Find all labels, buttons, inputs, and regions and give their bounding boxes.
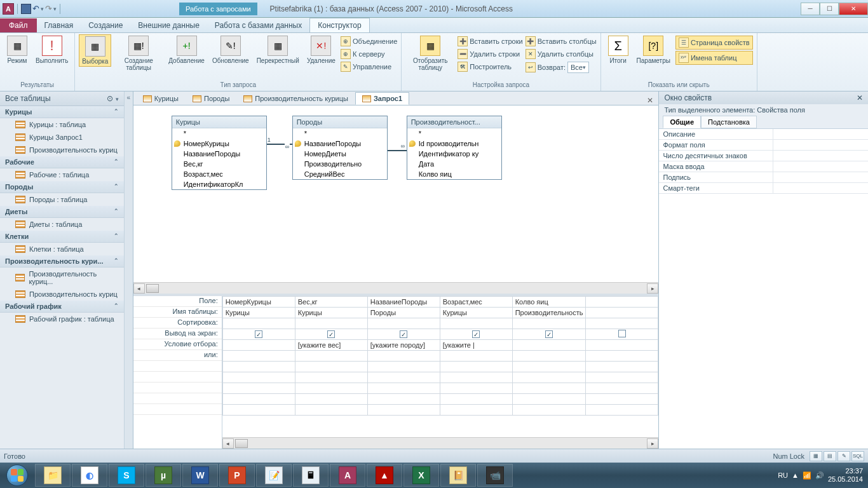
nav-item[interactable]: Породы : таблица — [0, 193, 124, 206]
grid-cell[interactable] — [440, 372, 512, 383]
prop-value[interactable] — [773, 129, 868, 139]
grid-cell[interactable] — [586, 394, 658, 405]
insert-rows-button[interactable]: ➕Вставить строки — [458, 36, 522, 47]
scroll-left-button[interactable]: ◂ — [222, 438, 234, 449]
grid-cell[interactable] — [586, 318, 658, 329]
nav-group-header[interactable]: Курицы⌃ — [0, 106, 124, 118]
view-button[interactable]: ▦Режим — [4, 34, 31, 65]
nav-item[interactable]: Курицы : таблица — [0, 118, 124, 131]
scroll-right-button[interactable]: ▸ — [647, 283, 658, 294]
taskbar-item[interactable]: X — [403, 464, 439, 487]
grid-cell[interactable]: Курицы — [295, 308, 367, 318]
delete-rows-button[interactable]: ➖Удалить строки — [458, 48, 522, 60]
scroll-left-button[interactable]: ◂ — [133, 283, 145, 294]
grid-cell[interactable] — [586, 362, 658, 372]
save-icon[interactable] — [21, 4, 31, 14]
nav-group-header[interactable]: Клетки⌃ — [0, 231, 124, 243]
grid-cell[interactable] — [295, 394, 367, 405]
show-checkbox[interactable]: ✓ — [400, 330, 407, 338]
insert-cols-button[interactable]: ➕Вставить столбцы — [526, 36, 597, 47]
taskbar-item[interactable]: A — [330, 464, 365, 487]
grid-cell[interactable] — [367, 351, 440, 362]
grid-cell[interactable] — [512, 383, 586, 394]
clock[interactable]: 23:3725.05.2014 — [828, 467, 863, 484]
grid-cell[interactable] — [586, 405, 658, 416]
scroll-right-button[interactable]: ▸ — [647, 438, 658, 449]
builder-button[interactable]: 🛠Построитель — [458, 61, 522, 72]
grid-cell[interactable] — [367, 362, 440, 372]
grid-cell[interactable] — [295, 405, 367, 416]
taskbar-item[interactable]: 🖩 — [293, 464, 329, 487]
grid-cell[interactable] — [295, 372, 367, 383]
grid-cell[interactable] — [440, 351, 512, 362]
taskbar-item[interactable]: P — [219, 464, 255, 487]
grid-cell[interactable] — [222, 394, 295, 405]
grid-table[interactable]: НомерКурицыВес,кгНазваниеПородыВозраст,м… — [222, 296, 659, 416]
grid-cell[interactable] — [222, 318, 295, 329]
return-dropdown[interactable]: ↩Возврат: Все ▾ — [526, 61, 597, 74]
datadef-button[interactable]: ✎Управление — [341, 61, 397, 72]
grid-cell[interactable] — [586, 372, 658, 383]
grid-cell[interactable] — [512, 362, 586, 372]
nav-item[interactable]: Рабочий график : таблица — [0, 313, 124, 325]
tab-design[interactable]: Конструктор — [309, 18, 369, 32]
grid-cell[interactable] — [512, 318, 586, 329]
close-button[interactable]: ✕ — [839, 3, 868, 15]
delete-cols-button[interactable]: ✕Удалить столбцы — [526, 48, 597, 60]
taskbar-item[interactable]: µ — [146, 464, 181, 487]
doc-tab[interactable]: Породы — [186, 92, 236, 105]
grid-cell[interactable] — [440, 394, 512, 405]
prop-value[interactable] — [773, 161, 868, 172]
nav-item[interactable]: Рабочие : таблица — [0, 168, 124, 181]
nav-group-header[interactable]: Диеты⌃ — [0, 206, 124, 218]
redo-icon[interactable]: ↷ — [45, 4, 52, 13]
grid-cell[interactable]: Колво яиц — [512, 297, 586, 308]
append-button[interactable]: +!Добавление — [166, 34, 207, 65]
grid-cell[interactable]: ✓ — [222, 329, 295, 340]
lang-indicator[interactable]: RU — [778, 471, 788, 479]
grid-cell[interactable] — [586, 340, 658, 351]
grid-cell[interactable] — [440, 405, 512, 416]
grid-cell[interactable] — [222, 340, 295, 351]
grid-cell[interactable] — [367, 394, 440, 405]
prop-value[interactable] — [773, 172, 868, 182]
prop-value[interactable] — [773, 140, 868, 150]
grid-cell[interactable] — [367, 318, 440, 329]
grid-cell[interactable]: [укажите | — [440, 340, 512, 351]
grid-cell[interactable] — [440, 362, 512, 372]
doc-tab-active[interactable]: Запрос1 — [355, 92, 409, 105]
show-checkbox[interactable]: ✓ — [255, 330, 262, 338]
doc-tab[interactable]: Курицы — [136, 92, 186, 105]
grid-cell[interactable]: Возраст,мес — [440, 297, 512, 308]
tab-dbtools[interactable]: Работа с базами данных — [207, 18, 309, 32]
grid-cell[interactable] — [586, 351, 658, 362]
taskbar-item[interactable]: ◐ — [72, 464, 107, 487]
grid-cell[interactable]: Производительность — [512, 308, 586, 318]
close-prop-button[interactable]: ✕ — [857, 93, 863, 102]
query-design-diagram[interactable]: Курицы * НомерКурицы НазваниеПороды Вес,… — [133, 105, 659, 296]
grid-cell[interactable] — [222, 383, 295, 394]
grid-cell[interactable] — [295, 383, 367, 394]
grid-cell[interactable] — [586, 329, 658, 340]
grid-cell[interactable] — [222, 405, 295, 416]
view-datasheet-button[interactable]: ▦ — [810, 451, 822, 461]
nav-item[interactable]: Производительность куриц — [0, 144, 124, 156]
view-sql-button[interactable]: ▤ — [824, 451, 836, 461]
propsheet-button[interactable]: ☰Страница свойств — [675, 36, 753, 50]
table-box[interactable]: Курицы * НомерКурицы НазваниеПороды Вес,… — [172, 116, 267, 190]
prop-tab-general[interactable]: Общие — [663, 116, 701, 128]
grid-cell[interactable] — [512, 372, 586, 383]
grid-cell[interactable]: ✓ — [367, 329, 440, 340]
prop-value[interactable] — [773, 183, 868, 193]
tablenames-button[interactable]: ᵡʸᶻИмена таблиц — [675, 51, 753, 65]
grid-cell[interactable] — [367, 372, 440, 383]
update-button[interactable]: ✎!Обновление — [210, 34, 252, 65]
grid-cell[interactable] — [440, 318, 512, 329]
run-button[interactable]: !Выполнить — [33, 34, 71, 65]
grid-cell[interactable]: ✓ — [440, 329, 512, 340]
nav-group-header[interactable]: Породы⌃ — [0, 181, 124, 193]
taskbar-item[interactable]: 📁 — [35, 464, 71, 487]
grid-cell[interactable] — [222, 372, 295, 383]
nav-group-header[interactable]: Производительность кури...⌃ — [0, 255, 124, 268]
grid-cell[interactable] — [512, 394, 586, 405]
